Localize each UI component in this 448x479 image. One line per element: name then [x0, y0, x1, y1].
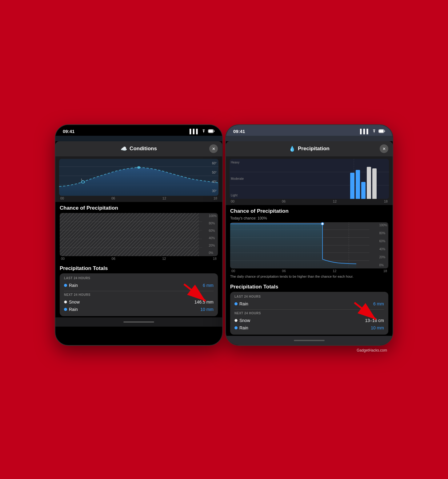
left-temp-x-labels: 00 06 12 18: [59, 196, 218, 201]
left-time: 09:41: [63, 129, 74, 134]
right-bar-x-labels: 00 06 12 18: [230, 199, 389, 204]
svg-rect-17: [379, 130, 384, 132]
svg-point-7: [137, 166, 140, 169]
right-totals-section: Precipitation Totals LAST 24 HOURS Rain …: [226, 281, 393, 336]
left-modal-header: ☁️ Conditions ✕: [55, 141, 222, 156]
right-rain-next24: Rain 10 mm: [234, 324, 384, 332]
left-temp-y-labels: 60° 50° 40° 30°: [212, 159, 217, 196]
svg-point-29: [321, 223, 324, 225]
right-modal-header: 💧 Precipitation ✕: [226, 141, 393, 156]
right-totals-card: LAST 24 HOURS Rain 6 mm NEXT 24 HOURS: [230, 292, 388, 335]
right-time: 09:41: [233, 129, 245, 134]
left-totals-card: LAST 24 HOURS Rain 6 mm NEXT 24 HOURS: [60, 273, 218, 316]
left-battery-icon: [208, 129, 215, 134]
right-modal-title: 💧 Precipitation: [289, 146, 330, 152]
left-temp-chart: L 60° 50° 40° 30° 00 06 12 18: [55, 156, 222, 202]
left-precip-section: Chance of Precipitation: [55, 202, 222, 262]
left-precip-x-labels: 00 06 12 18: [60, 256, 218, 261]
right-precip-icon: 💧: [289, 146, 295, 152]
right-wifi-icon: [372, 129, 377, 134]
right-precip-note: The daily chance of precipitation tends …: [230, 275, 388, 278]
left-status-bar: 09:41 ▌▌▌: [55, 125, 222, 136]
left-status-icons: ▌▌▌: [190, 129, 215, 134]
left-signal-icon: ▌▌▌: [190, 129, 199, 134]
right-bar-chart-section: Heavy Moderate Light: [226, 156, 393, 205]
svg-rect-1: [209, 130, 213, 132]
left-totals-section: Precipitation Totals LAST 24 HOURS Rain …: [55, 262, 222, 317]
svg-point-5: [82, 181, 85, 183]
right-precip-section: Chance of Precipitation Today's chance: …: [226, 205, 393, 281]
right-close-button[interactable]: ✕: [380, 144, 388, 153]
right-signal-icon: ▌▌▌: [360, 129, 370, 134]
svg-rect-13: [60, 213, 199, 256]
left-conditions-icon: ☁️: [121, 146, 127, 152]
watermark: GadgetHacks.com: [55, 346, 393, 355]
left-precip-title: Chance of Precipitation: [60, 205, 218, 211]
right-status-bar: 09:41 ▌▌▌: [226, 125, 393, 136]
left-rain-last24: Rain 6 mm: [64, 282, 214, 289]
svg-text:L: L: [81, 178, 83, 181]
left-rain-next24: Rain 10 mm: [64, 306, 214, 313]
right-snow-next24: Snow 13–16 cm: [234, 317, 384, 324]
right-precip-x-labels: 00 06 12 18: [230, 268, 388, 273]
right-status-icons: ▌▌▌: [360, 129, 385, 134]
right-precip-chart: 100% 80% 60% 40% 20% 0%: [230, 222, 388, 268]
left-precip-chart: 100% 80% 60% 40% 20% 0%: [60, 213, 218, 256]
left-modal-title: ☁️ Conditions: [121, 146, 157, 152]
right-rain-last24: Rain 6 mm: [234, 300, 384, 308]
right-bar-chart: Heavy Moderate Light: [230, 159, 389, 199]
left-snow-next24: Snow 146.5 mm: [64, 298, 214, 306]
left-close-button[interactable]: ✕: [209, 144, 218, 153]
left-wifi-icon: [201, 129, 206, 134]
left-phone: 09:41 ▌▌▌: [55, 124, 223, 346]
right-phone: 09:41 ▌▌▌: [225, 124, 393, 346]
right-battery-icon: [378, 129, 385, 134]
